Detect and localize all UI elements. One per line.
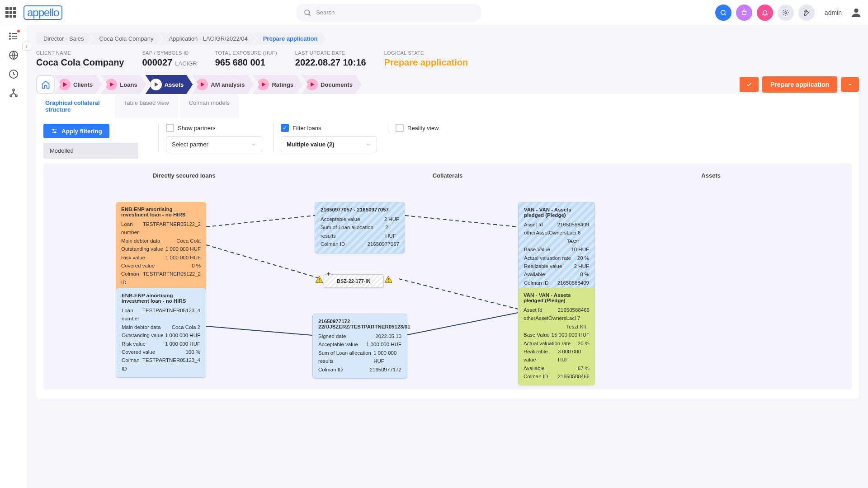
last-update-value: 2022.08.27 10:16	[295, 57, 366, 68]
app-grid-icon[interactable]	[5, 7, 16, 18]
home-button[interactable]	[36, 75, 55, 94]
search-icon	[303, 9, 311, 17]
last-update-label: LAST UPDATE DATE	[295, 50, 366, 56]
search-wrap: Search	[70, 4, 708, 22]
globe-icon[interactable]	[8, 50, 19, 61]
sap-label: SAP / SYMBOLS ID	[142, 50, 197, 56]
breadcrumb: Director - Sales Coca Cola Company Appli…	[36, 33, 859, 45]
tree-icon[interactable]	[8, 88, 19, 99]
settings-button[interactable]	[778, 5, 794, 21]
admin-label: admin	[825, 9, 842, 16]
svg-point-4	[785, 12, 787, 14]
filter-loans-dropdown[interactable]: Multiple value (2)	[281, 136, 377, 152]
filter-row: Apply filtering Modelled Show partners S…	[43, 124, 852, 159]
plus-icon: +	[327, 270, 330, 277]
client-name-block: CLIENT NAME Coca Cola Company	[36, 50, 124, 68]
sidebar-toggle[interactable]: ›	[22, 42, 31, 51]
nav-loans[interactable]: Loans	[101, 75, 146, 94]
svg-point-15	[10, 95, 12, 97]
svg-point-19	[53, 129, 54, 131]
svg-line-26	[405, 313, 518, 335]
nav-ratings[interactable]: Ratings	[253, 75, 302, 94]
header-loans: Directly secured loans	[52, 172, 316, 179]
nav-clients[interactable]: Clients	[54, 75, 102, 94]
topbar: appello Search admin	[0, 0, 868, 25]
logical-state-label: LOGICAL STATE	[384, 50, 468, 56]
node-pill[interactable]: + BSZ-22-177-IN	[324, 274, 384, 288]
svg-point-20	[55, 131, 56, 133]
warning-icon	[384, 276, 392, 283]
svg-point-32	[388, 281, 389, 282]
nav-documents[interactable]: Documents	[302, 75, 362, 94]
prepare-dropdown-button[interactable]	[841, 77, 859, 92]
asset-card-1[interactable]: VAN - VAN - Assets pledged (Pledge) Asse…	[518, 202, 595, 292]
panel: Graphical collateral structure Table bas…	[36, 94, 859, 399]
prepare-application-button[interactable]: Prepare application	[762, 76, 837, 93]
svg-point-9	[9, 33, 10, 34]
nav-assets[interactable]: Assets	[146, 75, 193, 94]
svg-point-5	[854, 8, 858, 12]
tools-button[interactable]	[798, 5, 815, 21]
sidebar: ›	[0, 25, 27, 488]
last-update-block: LAST UPDATE DATE 2022.08.27 10:16	[295, 50, 366, 68]
show-partners-checkbox[interactable]: Show partners	[166, 124, 262, 132]
tasks-icon[interactable]	[8, 31, 19, 42]
header-assets: Assets	[579, 172, 843, 179]
reality-view-checkbox[interactable]: Reality view	[396, 124, 492, 132]
svg-point-14	[13, 89, 14, 91]
logo[interactable]: appello	[24, 5, 62, 20]
crumb-2[interactable]: Application - LACIGR/2022/04	[159, 33, 256, 45]
filter-loans-checkbox[interactable]: ✓Filter loans	[281, 124, 377, 132]
topbar-actions: admin	[715, 5, 863, 21]
loan-card-1[interactable]: ENB-ENP amortising investment loan - no …	[116, 202, 206, 291]
warning-icon	[315, 276, 323, 283]
exposure-block: TOTAL EXPOSURE (HUF) 965 680 001	[215, 50, 277, 68]
bell-button[interactable]	[757, 5, 773, 21]
sap-block: SAP / SYMBOLS ID 000027LACIGR	[142, 50, 197, 68]
tab-colman[interactable]: Colman models	[180, 94, 239, 118]
logical-state-value: Prepare application	[384, 57, 468, 68]
header-collaterals: Collaterals	[316, 172, 580, 179]
svg-point-29	[319, 281, 320, 282]
svg-point-0	[305, 10, 310, 15]
crumb-3[interactable]: Prepare application	[253, 33, 326, 45]
asset-card-2[interactable]: VAN - VAN - Assets pledged (Pledge) Asse…	[518, 288, 595, 385]
history-icon[interactable]	[8, 69, 19, 80]
svg-line-24	[399, 279, 518, 309]
sap-value: 000027LACIGR	[142, 57, 197, 68]
svg-point-11	[9, 38, 10, 39]
avatar-icon[interactable]	[850, 6, 863, 19]
nav-am-analysis[interactable]: AM analysis	[192, 75, 254, 94]
graph-area: Directly secured loans Collaterals Asset…	[43, 163, 852, 389]
svg-line-1	[309, 14, 311, 15]
svg-point-16	[15, 95, 17, 97]
svg-line-23	[206, 245, 321, 279]
main: Director - Sales Coca Cola Company Appli…	[27, 25, 868, 488]
search-button[interactable]	[715, 5, 731, 21]
logical-state-block: LOGICAL STATE Prepare application	[384, 50, 468, 68]
svg-line-3	[725, 14, 726, 15]
exposure-value: 965 680 001	[215, 57, 277, 68]
basket-button[interactable]	[736, 5, 752, 21]
svg-line-22	[405, 216, 518, 227]
crumb-1[interactable]: Coca Cola Company	[90, 33, 162, 45]
loan-card-2[interactable]: ENB-ENP amortising investment loan - no …	[116, 288, 206, 378]
tab-table[interactable]: Table based view	[115, 94, 178, 118]
nav-row: Clients Loans Assets AM analysis Ratings…	[36, 75, 859, 94]
svg-point-10	[9, 36, 10, 37]
search-input[interactable]: Search	[296, 4, 481, 22]
svg-point-2	[721, 10, 725, 14]
crumb-0[interactable]: Director - Sales	[36, 33, 92, 45]
tabs: Graphical collateral structure Table bas…	[36, 94, 859, 118]
collateral-card-2[interactable]: 21650977172 - 22/UJSZERZ/TESTPARTNER0512…	[312, 314, 407, 379]
collateral-card-1[interactable]: 21650977057 - 21650977057 Acceptable val…	[315, 202, 405, 253]
graph-headers: Directly secured loans Collaterals Asset…	[52, 172, 843, 179]
modelled-badge: Modelled	[43, 143, 138, 159]
confirm-button[interactable]	[740, 77, 759, 92]
apply-filtering-button[interactable]: Apply filtering	[43, 124, 109, 138]
svg-line-21	[206, 216, 315, 227]
search-placeholder: Search	[316, 9, 335, 16]
client-name-label: CLIENT NAME	[36, 50, 124, 56]
select-partner-dropdown[interactable]: Select partner	[166, 136, 262, 152]
tab-graphical[interactable]: Graphical collateral structure	[36, 94, 113, 118]
